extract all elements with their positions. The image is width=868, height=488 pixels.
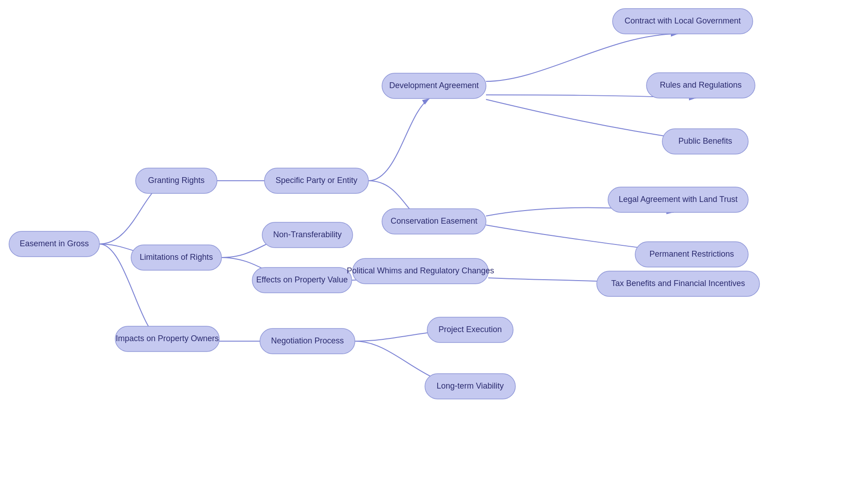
node-public: Public Benefits [662,129,748,154]
node-permanent-label: Permanent Restrictions [649,249,734,258]
node-rules: Rules and Regulations [646,73,755,98]
mindmap-diagram: Easement in Gross Granting Rights Limita… [0,0,868,488]
node-root: Easement in Gross [9,231,99,257]
node-root-label: Easement in Gross [19,239,89,248]
node-taxbenefits-label: Tax Benefits and Financial Incentives [611,279,745,288]
node-legal: Legal Agreement with Land Trust [608,187,748,212]
node-permanent: Permanent Restrictions [635,242,748,267]
node-taxbenefits: Tax Benefits and Financial Incentives [597,271,760,296]
node-rules-label: Rules and Regulations [660,80,741,89]
node-project-label: Project Execution [439,325,502,334]
node-conservation-label: Conservation Easement [391,216,477,225]
node-conservation: Conservation Easement [382,209,486,234]
node-political: Political Whims and Regulatory Changes [347,258,494,284]
node-contract-label: Contract with Local Government [624,16,741,25]
node-devagree-label: Development Agreement [389,81,479,90]
node-granting: Granting Rights [136,168,217,193]
node-longterm-label: Long-term Viability [437,381,504,390]
node-devagree: Development Agreement [382,73,486,99]
node-negotiation: Negotiation Process [260,328,355,354]
node-specific-label: Specific Party or Entity [275,176,357,185]
node-legal-label: Legal Agreement with Land Trust [618,195,737,204]
node-impacts: Impacts on Property Owners [115,326,219,352]
node-limitations-label: Limitations of Rights [140,253,213,262]
node-contract: Contract with Local Government [613,9,753,34]
node-effects-label: Effects on Property Value [256,275,348,284]
edge-specific-devagree [368,99,429,181]
node-nontransfer: Non-Transferability [262,222,353,248]
edge-devagree-contract [486,34,678,81]
node-limitations: Limitations of Rights [131,245,222,270]
node-public-label: Public Benefits [678,136,732,145]
node-effects: Effects on Property Value [252,267,352,293]
node-specific: Specific Party or Entity [264,168,368,193]
node-negotiation-label: Negotiation Process [271,336,344,345]
node-nontransfer-label: Non-Transferability [273,230,341,239]
node-longterm: Long-term Viability [425,374,515,399]
node-impacts-label: Impacts on Property Owners [116,334,219,343]
node-granting-label: Granting Rights [148,176,204,185]
node-project: Project Execution [427,317,513,343]
node-political-label: Political Whims and Regulatory Changes [347,266,494,275]
